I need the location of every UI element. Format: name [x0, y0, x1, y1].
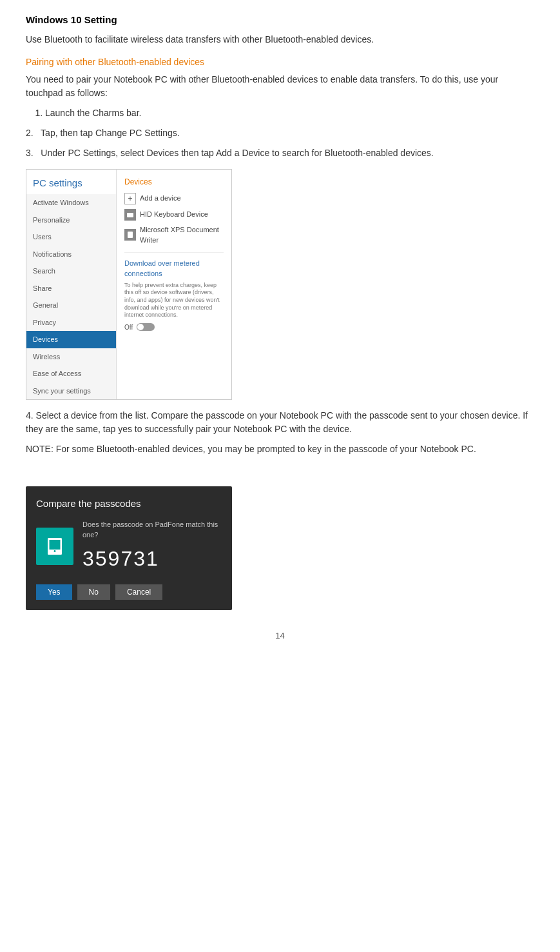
add-device-label: Add a device [140, 193, 181, 204]
svg-rect-0 [127, 213, 133, 217]
toggle-switch[interactable] [137, 323, 155, 331]
cancel-button[interactable]: Cancel [115, 584, 162, 600]
section-intro: You need to pair your Notebook PC with o… [26, 73, 534, 100]
download-desc: To help prevent extra charges, keep this… [124, 282, 224, 319]
sidebar-item-devices[interactable]: Devices [26, 331, 116, 348]
sidebar-item-general[interactable]: General [26, 297, 116, 314]
add-device-row[interactable]: + Add a device [124, 193, 224, 204]
keyboard-device-icon [124, 209, 136, 221]
steps-list: Launch the Charms bar. [26, 106, 534, 120]
hid-keyboard-label: HID Keyboard Device [140, 209, 208, 220]
sidebar-item-wireless[interactable]: Wireless [26, 348, 116, 366]
section-heading: Pairing with other Bluetooth-enabled dev… [26, 55, 534, 69]
step-1: Launch the Charms bar. [45, 106, 534, 120]
xps-device-icon [124, 229, 136, 241]
page-number: 14 [26, 630, 534, 642]
page-title: Windows 10 Setting [26, 13, 534, 28]
intro-text: Use Bluetooth to facilitate wireless dat… [26, 33, 534, 46]
pc-settings-header: PC settings [26, 170, 116, 195]
sidebar-item-sync[interactable]: Sync your settings [26, 382, 116, 400]
toggle-row[interactable]: Off [124, 322, 224, 332]
download-section-title: Download over metered connections [124, 258, 224, 279]
sidebar-item-notifications[interactable]: Notifications [26, 246, 116, 263]
passcode-title: Compare the passcodes [36, 497, 222, 511]
no-button[interactable]: No [77, 584, 110, 600]
toggle-label: Off [124, 322, 133, 332]
pc-settings-sidebar: PC settings Activate Windows Personalize… [26, 170, 117, 400]
step-2-text: 2. Tap, then tap Change PC Settings. [26, 126, 534, 140]
passcode-right: Does the passcode on PadFone match this … [82, 519, 222, 574]
passcode-number: 359731 [82, 543, 222, 574]
sidebar-item-activate-windows[interactable]: Activate Windows [26, 194, 116, 212]
passcode-screenshot: Compare the passcodes Does the passcode … [26, 486, 232, 610]
sidebar-item-share[interactable]: Share [26, 280, 116, 297]
note-text: NOTE: For some Bluetooth-enabled devices… [26, 442, 534, 456]
add-icon: + [124, 193, 136, 204]
phone-icon-box [36, 528, 73, 565]
pc-settings-screenshot: PC settings Activate Windows Personalize… [26, 169, 232, 401]
pc-settings-content: Devices + Add a device HID Keyboard Devi… [117, 170, 231, 400]
svg-rect-1 [128, 232, 133, 238]
sidebar-item-users[interactable]: Users [26, 228, 116, 246]
phone-icon [44, 536, 65, 557]
content-section-title: Devices [124, 176, 224, 188]
step-3-text: 3. Under PC Settings, select Devices the… [26, 146, 534, 160]
step-4-text: 4. Select a device from the list. Compar… [26, 409, 534, 436]
device-row-xps[interactable]: Microsoft XPS Document Writer [124, 224, 224, 246]
sidebar-item-ease-of-access[interactable]: Ease of Access [26, 365, 116, 382]
device-row-keyboard[interactable]: HID Keyboard Device [124, 209, 224, 221]
passcode-question: Does the passcode on PadFone match this … [82, 519, 222, 540]
sidebar-item-search[interactable]: Search [26, 263, 116, 280]
sidebar-item-privacy[interactable]: Privacy [26, 314, 116, 332]
download-section: Download over metered connections To hel… [124, 252, 224, 332]
passcode-body: Does the passcode on PadFone match this … [36, 519, 222, 574]
passcode-buttons: Yes No Cancel [36, 584, 222, 600]
sidebar-item-personalize[interactable]: Personalize [26, 212, 116, 229]
xps-writer-label: Microsoft XPS Document Writer [140, 224, 224, 246]
yes-button[interactable]: Yes [36, 584, 72, 600]
